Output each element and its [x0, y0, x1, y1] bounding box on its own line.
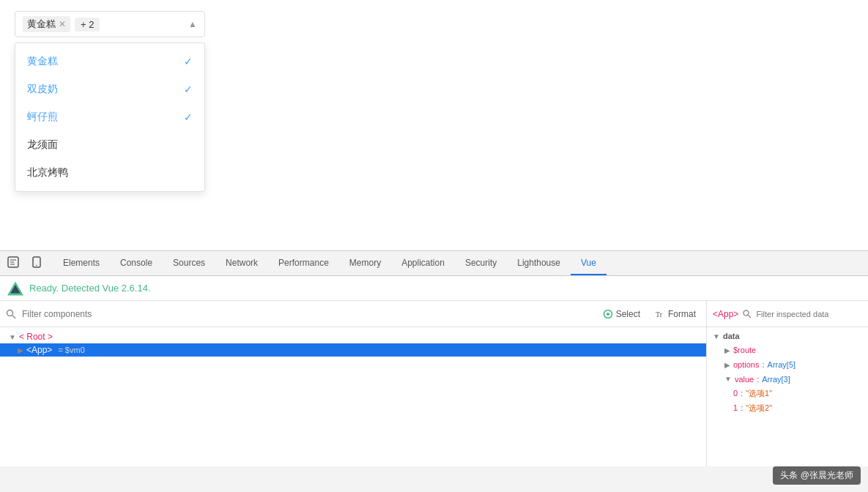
dropdown-item-label-2: 蚵仔煎 — [27, 111, 58, 124]
dropdown-item-label-3: 龙须面 — [27, 138, 58, 152]
format-button[interactable]: Tr Format — [650, 308, 700, 321]
vue-devtools-content: Select Tr Format ▼ < Root > ▶ <App> = — [0, 301, 868, 466]
check-icon-2: ✓ — [184, 111, 193, 123]
data-row-value-0: 0 : "选项1" — [713, 387, 862, 401]
tab-network[interactable]: Network — [215, 252, 268, 275]
dropdown-item-label-0: 黄金糕 — [27, 55, 58, 68]
devtools-tabs: Elements Console Sources Network Perform… — [0, 251, 868, 276]
dropdown-item-4[interactable]: 北京烤鸭 — [15, 159, 204, 187]
component-tree: ▼ < Root > ▶ <App> = $vm0 — [0, 327, 706, 466]
vue-ready-text: Ready. Detected Vue 2.6.14. — [29, 283, 151, 294]
data-section: ▼ data ▶ $route ▶ options : Array[5] ▼ — [713, 332, 862, 416]
top-area: 黄金糕 ✕ + 2 ▲ 黄金糕 ✓ 双皮奶 ✓ 蚵仔煎 ✓ 龙须面 北京烤鸭 — [0, 0, 868, 48]
select-box[interactable]: 黄金糕 ✕ + 2 ▲ — [15, 11, 205, 37]
svg-point-10 — [743, 310, 749, 316]
tab-console[interactable]: Console — [110, 252, 163, 275]
svg-text:Tr: Tr — [656, 310, 663, 318]
select-button[interactable]: Select — [598, 308, 645, 321]
select-more-count: + 2 — [75, 18, 100, 31]
data-row-value: ▼ value : Array[3] — [713, 373, 862, 387]
data-expand-arrow[interactable]: ▼ — [713, 332, 720, 340]
inspector-panel: <App> ▼ data ▶ $route — [707, 301, 868, 466]
tab-performance[interactable]: Performance — [268, 252, 339, 275]
app-component-meta: = $vm0 — [58, 346, 84, 354]
filter-inspected-input[interactable] — [756, 310, 862, 318]
check-icon-1: ✓ — [184, 83, 193, 95]
tab-security[interactable]: Security — [455, 252, 507, 275]
watermark: 头条 @张晨光老师 — [773, 466, 861, 485]
dropdown-item-3[interactable]: 龙须面 — [15, 131, 204, 159]
select-tag-close[interactable]: ✕ — [59, 19, 66, 29]
app-component-name: <App> — [26, 345, 52, 355]
check-icon-0: ✓ — [184, 56, 193, 67]
svg-line-6 — [12, 316, 15, 318]
inspector-search-icon — [743, 310, 752, 318]
select-cursor-icon — [603, 309, 613, 319]
data-header: ▼ data — [713, 332, 862, 340]
format-icon: Tr — [655, 309, 665, 319]
search-icon — [6, 309, 16, 319]
select-tag-label: 黄金糕 — [27, 18, 56, 31]
vue-header: Ready. Detected Vue 2.6.14. — [0, 276, 868, 301]
inspector-content: ▼ data ▶ $route ▶ options : Array[5] ▼ — [707, 327, 868, 466]
inspector-toolbar: <App> — [707, 301, 868, 327]
inspector-app-label: <App> — [713, 309, 738, 319]
dropdown-item-label-4: 北京烤鸭 — [27, 166, 68, 179]
tab-elements[interactable]: Elements — [53, 252, 110, 275]
svg-point-5 — [7, 310, 13, 316]
inspect-element-btn[interactable] — [3, 253, 23, 273]
dropdown-item-label-1: 双皮奶 — [27, 83, 58, 96]
tab-memory[interactable]: Memory — [339, 252, 391, 275]
data-row-route: ▶ $route — [713, 343, 862, 358]
components-toolbar: Select Tr Format — [0, 301, 706, 327]
svg-point-8 — [607, 313, 609, 316]
root-label: < Root > — [19, 332, 53, 342]
dropdown-menu: 黄金糕 ✓ 双皮奶 ✓ 蚵仔煎 ✓ 龙须面 北京烤鸭 — [15, 42, 205, 192]
tab-vue[interactable]: Vue — [571, 252, 607, 275]
app-expand-arrow[interactable]: ▶ — [18, 346, 23, 354]
data-row-value-1: 1 : "选项2" — [713, 401, 862, 416]
devtools-panel: Elements Console Sources Network Perform… — [0, 250, 868, 492]
tab-application[interactable]: Application — [391, 252, 455, 275]
dropdown-item-2[interactable]: 蚵仔煎 ✓ — [15, 103, 204, 131]
select-tag-huangjingao: 黄金糕 ✕ — [23, 16, 70, 32]
tree-item-root[interactable]: ▼ < Root > — [0, 330, 706, 343]
tab-sources[interactable]: Sources — [163, 252, 215, 275]
root-expand-arrow[interactable]: ▼ — [9, 333, 16, 341]
svg-line-11 — [749, 315, 752, 318]
data-row-options: ▶ options : Array[5] — [713, 358, 862, 373]
device-toolbar-btn[interactable] — [26, 253, 47, 273]
select-arrow-icon: ▲ — [188, 19, 197, 29]
components-panel: Select Tr Format ▼ < Root > ▶ <App> = — [0, 301, 707, 466]
dropdown-item-0[interactable]: 黄金糕 ✓ — [15, 48, 204, 75]
vue-logo-icon — [7, 280, 23, 297]
dropdown-item-1[interactable]: 双皮奶 ✓ — [15, 75, 204, 103]
tree-item-app[interactable]: ▶ <App> = $vm0 — [0, 343, 706, 357]
filter-components-input[interactable] — [22, 309, 593, 319]
svg-point-2 — [36, 265, 37, 266]
tab-lighthouse[interactable]: Lighthouse — [507, 252, 571, 275]
